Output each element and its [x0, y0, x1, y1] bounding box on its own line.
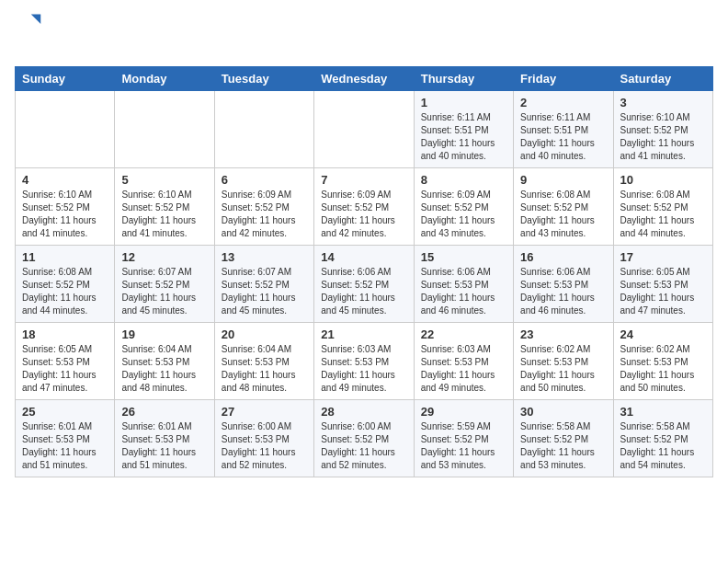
day-number: 17 [620, 250, 706, 264]
day-number: 19 [121, 327, 207, 341]
day-info: Sunrise: 6:02 AM Sunset: 5:53 PM Dayligh… [620, 343, 706, 395]
day-number: 10 [620, 173, 706, 187]
calendar-week-1: 1Sunrise: 6:11 AM Sunset: 5:51 PM Daylig… [16, 90, 713, 167]
calendar-header-row: SundayMondayTuesdayWednesdayThursdayFrid… [16, 66, 713, 90]
day-info: Sunrise: 6:06 AM Sunset: 5:53 PM Dayligh… [520, 266, 606, 317]
calendar-cell: 13Sunrise: 6:07 AM Sunset: 5:52 PM Dayli… [214, 245, 313, 322]
day-info: Sunrise: 6:01 AM Sunset: 5:53 PM Dayligh… [22, 420, 108, 472]
day-info: Sunrise: 6:05 AM Sunset: 5:53 PM Dayligh… [620, 266, 706, 317]
day-info: Sunrise: 6:01 AM Sunset: 5:53 PM Dayligh… [121, 420, 207, 472]
day-number: 8 [421, 173, 506, 187]
day-info: Sunrise: 6:11 AM Sunset: 5:51 PM Dayligh… [520, 111, 606, 163]
day-number: 23 [520, 327, 606, 341]
calendar-cell: 14Sunrise: 6:06 AM Sunset: 5:52 PM Dayli… [314, 245, 414, 322]
calendar-cell: 1Sunrise: 6:11 AM Sunset: 5:51 PM Daylig… [414, 90, 513, 167]
calendar-cell: 12Sunrise: 6:07 AM Sunset: 5:52 PM Dayli… [115, 245, 214, 322]
day-number: 28 [321, 405, 406, 419]
calendar-cell: 20Sunrise: 6:04 AM Sunset: 5:53 PM Dayli… [214, 322, 313, 399]
calendar-cell: 28Sunrise: 6:00 AM Sunset: 5:52 PM Dayli… [314, 399, 414, 477]
day-info: Sunrise: 6:09 AM Sunset: 5:52 PM Dayligh… [222, 189, 307, 240]
day-number: 15 [421, 250, 506, 264]
day-number: 29 [421, 405, 506, 419]
calendar-cell: 8Sunrise: 6:09 AM Sunset: 5:52 PM Daylig… [414, 167, 513, 245]
calendar-cell: 9Sunrise: 6:08 AM Sunset: 5:52 PM Daylig… [514, 167, 613, 245]
day-number: 14 [321, 250, 406, 264]
calendar-cell [115, 90, 214, 167]
calendar-cell: 30Sunrise: 5:58 AM Sunset: 5:52 PM Dayli… [514, 399, 613, 477]
day-info: Sunrise: 6:10 AM Sunset: 5:52 PM Dayligh… [22, 189, 108, 240]
calendar-cell: 24Sunrise: 6:02 AM Sunset: 5:53 PM Dayli… [613, 322, 712, 399]
day-info: Sunrise: 6:06 AM Sunset: 5:53 PM Dayligh… [421, 266, 506, 317]
day-number: 1 [421, 96, 506, 109]
day-header-friday: Friday [514, 66, 613, 90]
day-number: 30 [520, 405, 606, 419]
day-number: 13 [222, 250, 307, 264]
calendar-cell: 16Sunrise: 6:06 AM Sunset: 5:53 PM Dayli… [514, 245, 613, 322]
calendar-cell: 23Sunrise: 6:02 AM Sunset: 5:53 PM Dayli… [514, 322, 613, 399]
day-info: Sunrise: 6:00 AM Sunset: 5:52 PM Dayligh… [321, 420, 406, 472]
day-number: 24 [620, 327, 706, 341]
day-header-monday: Monday [115, 66, 214, 90]
day-info: Sunrise: 6:08 AM Sunset: 5:52 PM Dayligh… [22, 266, 108, 317]
day-info: Sunrise: 6:00 AM Sunset: 5:53 PM Dayligh… [222, 420, 307, 472]
day-info: Sunrise: 6:03 AM Sunset: 5:53 PM Dayligh… [421, 343, 506, 395]
day-info: Sunrise: 6:09 AM Sunset: 5:52 PM Dayligh… [321, 189, 406, 240]
day-info: Sunrise: 6:04 AM Sunset: 5:53 PM Dayligh… [121, 343, 207, 395]
calendar-cell [214, 90, 313, 167]
calendar-cell: 22Sunrise: 6:03 AM Sunset: 5:53 PM Dayli… [414, 322, 513, 399]
calendar-cell: 18Sunrise: 6:05 AM Sunset: 5:53 PM Dayli… [16, 322, 115, 399]
day-info: Sunrise: 6:11 AM Sunset: 5:51 PM Dayligh… [421, 111, 506, 163]
day-header-thursday: Thursday [414, 66, 513, 90]
calendar-cell: 3Sunrise: 6:10 AM Sunset: 5:52 PM Daylig… [613, 90, 712, 167]
calendar-cell: 19Sunrise: 6:04 AM Sunset: 5:53 PM Dayli… [115, 322, 214, 399]
logo-text [15, 40, 42, 59]
day-info: Sunrise: 6:07 AM Sunset: 5:52 PM Dayligh… [121, 266, 207, 317]
calendar-cell [16, 90, 115, 167]
calendar-table: SundayMondayTuesdayWednesdayThursdayFrid… [15, 66, 713, 477]
day-info: Sunrise: 6:10 AM Sunset: 5:52 PM Dayligh… [620, 111, 706, 163]
svg-marker-0 [31, 15, 41, 25]
day-number: 22 [421, 327, 506, 341]
day-number: 2 [520, 96, 606, 109]
calendar-cell: 17Sunrise: 6:05 AM Sunset: 5:53 PM Dayli… [613, 245, 712, 322]
day-number: 26 [121, 405, 207, 419]
day-info: Sunrise: 5:58 AM Sunset: 5:52 PM Dayligh… [520, 420, 606, 472]
logo-icon [17, 11, 42, 37]
calendar-week-5: 25Sunrise: 6:01 AM Sunset: 5:53 PM Dayli… [16, 399, 713, 477]
calendar-cell: 15Sunrise: 6:06 AM Sunset: 5:53 PM Dayli… [414, 245, 513, 322]
day-header-saturday: Saturday [613, 66, 712, 90]
day-number: 21 [321, 327, 406, 341]
day-number: 12 [121, 250, 207, 264]
day-number: 7 [321, 173, 406, 187]
calendar-week-4: 18Sunrise: 6:05 AM Sunset: 5:53 PM Dayli… [16, 322, 713, 399]
day-number: 31 [620, 405, 706, 419]
day-number: 11 [22, 250, 108, 264]
day-header-wednesday: Wednesday [314, 66, 414, 90]
calendar-cell: 4Sunrise: 6:10 AM Sunset: 5:52 PM Daylig… [16, 167, 115, 245]
calendar-cell: 25Sunrise: 6:01 AM Sunset: 5:53 PM Dayli… [16, 399, 115, 477]
calendar-cell: 11Sunrise: 6:08 AM Sunset: 5:52 PM Dayli… [16, 245, 115, 322]
calendar-cell: 29Sunrise: 5:59 AM Sunset: 5:52 PM Dayli… [414, 399, 513, 477]
day-info: Sunrise: 6:08 AM Sunset: 5:52 PM Dayligh… [520, 189, 606, 240]
calendar-cell: 7Sunrise: 6:09 AM Sunset: 5:52 PM Daylig… [314, 167, 414, 245]
day-info: Sunrise: 6:10 AM Sunset: 5:52 PM Dayligh… [121, 189, 207, 240]
day-header-tuesday: Tuesday [214, 66, 313, 90]
day-info: Sunrise: 6:02 AM Sunset: 5:53 PM Dayligh… [520, 343, 606, 395]
day-number: 9 [520, 173, 606, 187]
day-number: 18 [22, 327, 108, 341]
day-info: Sunrise: 6:07 AM Sunset: 5:52 PM Dayligh… [222, 266, 307, 317]
calendar-cell: 26Sunrise: 6:01 AM Sunset: 5:53 PM Dayli… [115, 399, 214, 477]
calendar-cell: 2Sunrise: 6:11 AM Sunset: 5:51 PM Daylig… [514, 90, 613, 167]
day-number: 25 [22, 405, 108, 419]
day-info: Sunrise: 6:09 AM Sunset: 5:52 PM Dayligh… [421, 189, 506, 240]
day-info: Sunrise: 5:59 AM Sunset: 5:52 PM Dayligh… [421, 420, 506, 472]
day-info: Sunrise: 6:04 AM Sunset: 5:53 PM Dayligh… [222, 343, 307, 395]
calendar-cell: 6Sunrise: 6:09 AM Sunset: 5:52 PM Daylig… [214, 167, 313, 245]
day-number: 20 [222, 327, 307, 341]
calendar-cell: 10Sunrise: 6:08 AM Sunset: 5:52 PM Dayli… [613, 167, 712, 245]
day-number: 27 [222, 405, 307, 419]
day-info: Sunrise: 6:06 AM Sunset: 5:52 PM Dayligh… [321, 266, 406, 317]
calendar-cell: 31Sunrise: 5:58 AM Sunset: 5:52 PM Dayli… [613, 399, 712, 477]
day-header-sunday: Sunday [16, 66, 115, 90]
day-info: Sunrise: 6:08 AM Sunset: 5:52 PM Dayligh… [620, 189, 706, 240]
